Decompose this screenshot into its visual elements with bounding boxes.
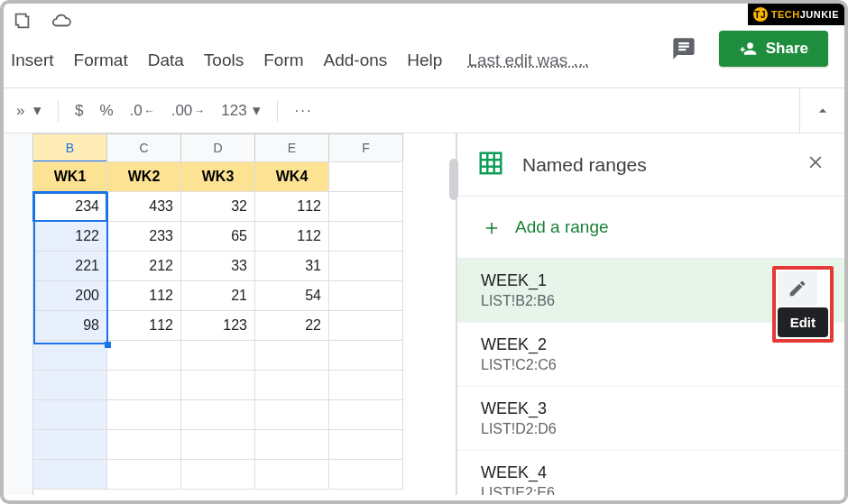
increase-decimal-button[interactable]: .00→ bbox=[171, 102, 206, 120]
menu-tools[interactable]: Tools bbox=[204, 50, 244, 70]
data-cell[interactable] bbox=[328, 221, 403, 252]
data-cell[interactable] bbox=[180, 429, 255, 460]
data-cell[interactable] bbox=[180, 459, 255, 490]
data-cell[interactable]: 32 bbox=[180, 191, 255, 222]
currency-button[interactable]: $ bbox=[75, 102, 83, 120]
data-cell[interactable] bbox=[328, 251, 403, 281]
data-cell[interactable] bbox=[254, 370, 329, 400]
data-cell[interactable] bbox=[106, 429, 181, 460]
collapse-toolbar-button[interactable] bbox=[799, 88, 844, 133]
data-cell[interactable] bbox=[328, 310, 403, 341]
header-cell[interactable]: WK1 bbox=[32, 161, 107, 192]
column-header[interactable]: F bbox=[328, 133, 403, 162]
data-cell[interactable]: 33 bbox=[180, 251, 255, 281]
menu-form[interactable]: Form bbox=[263, 50, 303, 70]
data-cell[interactable]: 200 bbox=[32, 280, 107, 311]
menu-help[interactable]: Help bbox=[407, 50, 442, 70]
data-cell[interactable]: 112 bbox=[254, 221, 329, 252]
data-cell[interactable]: 31 bbox=[254, 251, 329, 281]
data-cell[interactable] bbox=[328, 340, 403, 371]
data-cell[interactable]: 221 bbox=[32, 251, 107, 281]
named-range-item[interactable]: WEEK_2LIST!C2:C6 bbox=[457, 323, 844, 387]
menu-data[interactable]: Data bbox=[148, 50, 184, 70]
close-icon bbox=[807, 153, 825, 171]
data-cell[interactable] bbox=[32, 459, 107, 490]
data-cell[interactable] bbox=[180, 370, 255, 400]
data-cell[interactable] bbox=[180, 340, 255, 371]
data-cell[interactable] bbox=[254, 399, 329, 430]
star-icon[interactable] bbox=[13, 11, 32, 33]
data-cell[interactable] bbox=[254, 340, 329, 371]
edit-range-button[interactable] bbox=[778, 271, 817, 306]
decrease-decimal-button[interactable]: .0← bbox=[130, 102, 155, 120]
header-cell[interactable]: WK2 bbox=[106, 161, 181, 192]
data-cell[interactable]: 212 bbox=[106, 251, 181, 281]
close-sidebar-button[interactable] bbox=[807, 153, 825, 176]
named-range-reference: LIST!C2:C6 bbox=[481, 357, 821, 373]
number-format-dropdown[interactable]: 123 ▾ bbox=[221, 101, 261, 120]
data-cell[interactable] bbox=[328, 459, 403, 490]
header-cell[interactable]: WK3 bbox=[180, 161, 255, 192]
data-cell[interactable]: 98 bbox=[32, 310, 107, 341]
data-cell[interactable] bbox=[106, 340, 181, 371]
menu-addons[interactable]: Add-ons bbox=[324, 50, 388, 70]
data-cell[interactable]: 112 bbox=[254, 191, 329, 222]
scrollbar-thumb[interactable] bbox=[449, 159, 458, 200]
named-range-name: WEEK_1 bbox=[481, 271, 821, 290]
data-cell[interactable]: 112 bbox=[106, 310, 181, 341]
named-range-item[interactable]: WEEK_3LIST!D2:D6 bbox=[457, 387, 844, 451]
data-cell[interactable] bbox=[106, 459, 181, 490]
data-cell[interactable] bbox=[328, 280, 403, 311]
data-cell[interactable] bbox=[254, 459, 329, 490]
more-tools-button[interactable]: ··· bbox=[294, 102, 312, 120]
pencil-icon bbox=[788, 279, 807, 298]
data-cell[interactable] bbox=[32, 399, 107, 430]
chevron-up-icon bbox=[814, 102, 832, 120]
cloud-status-icon[interactable] bbox=[49, 11, 74, 33]
share-button[interactable]: Share bbox=[719, 31, 828, 67]
data-cell[interactable] bbox=[32, 340, 107, 371]
named-range-item[interactable]: WEEK_4LIST!E2:E6 bbox=[457, 451, 844, 495]
menu-format[interactable]: Format bbox=[74, 50, 128, 70]
data-cell[interactable]: 234 bbox=[32, 191, 107, 222]
font-size-dropdown[interactable]: » ▾ bbox=[16, 101, 41, 120]
percent-button[interactable]: % bbox=[99, 102, 113, 120]
data-cell[interactable] bbox=[106, 399, 181, 430]
header-cell[interactable]: WK4 bbox=[254, 161, 329, 192]
named-range-reference: LIST!B2:B6 bbox=[481, 293, 821, 309]
data-cell[interactable] bbox=[328, 399, 403, 430]
menu-insert[interactable]: Insert bbox=[11, 50, 54, 70]
column-header[interactable]: B bbox=[32, 133, 107, 162]
data-cell[interactable] bbox=[32, 429, 107, 460]
data-cell[interactable] bbox=[328, 370, 403, 400]
data-cell[interactable]: 22 bbox=[254, 310, 329, 341]
named-range-name: WEEK_2 bbox=[481, 335, 821, 354]
data-cell[interactable] bbox=[180, 399, 255, 430]
data-cell[interactable]: 54 bbox=[254, 280, 329, 311]
data-cell[interactable] bbox=[328, 191, 403, 222]
data-cell[interactable]: 122 bbox=[32, 221, 107, 252]
column-header[interactable]: D bbox=[180, 133, 255, 162]
data-cell[interactable]: 65 bbox=[180, 221, 255, 252]
data-cell[interactable]: 112 bbox=[106, 280, 181, 311]
data-cell[interactable]: 233 bbox=[106, 221, 181, 252]
spreadsheet-grid[interactable]: BCDEF WK1WK2WK3WK42344333211212223365112… bbox=[4, 133, 456, 495]
data-cell[interactable]: 21 bbox=[180, 280, 255, 311]
plus-icon: ＋ bbox=[481, 213, 502, 242]
share-label: Share bbox=[766, 40, 808, 58]
header-cell[interactable] bbox=[328, 161, 403, 192]
last-edit-link[interactable]: Last edit was … bbox=[467, 50, 589, 70]
person-add-icon bbox=[739, 40, 757, 58]
named-range-name: WEEK_3 bbox=[481, 399, 821, 418]
data-cell[interactable] bbox=[328, 429, 403, 460]
named-range-item[interactable]: WEEK_1LIST!B2:B6Edit bbox=[457, 259, 844, 323]
comments-icon[interactable] bbox=[670, 35, 697, 62]
add-range-button[interactable]: ＋ Add a range bbox=[457, 197, 844, 259]
column-header[interactable]: C bbox=[106, 133, 181, 162]
data-cell[interactable]: 123 bbox=[180, 310, 255, 341]
data-cell[interactable]: 433 bbox=[106, 191, 181, 222]
data-cell[interactable] bbox=[254, 429, 329, 460]
data-cell[interactable] bbox=[106, 370, 181, 400]
column-header[interactable]: E bbox=[254, 133, 329, 162]
data-cell[interactable] bbox=[32, 370, 107, 400]
